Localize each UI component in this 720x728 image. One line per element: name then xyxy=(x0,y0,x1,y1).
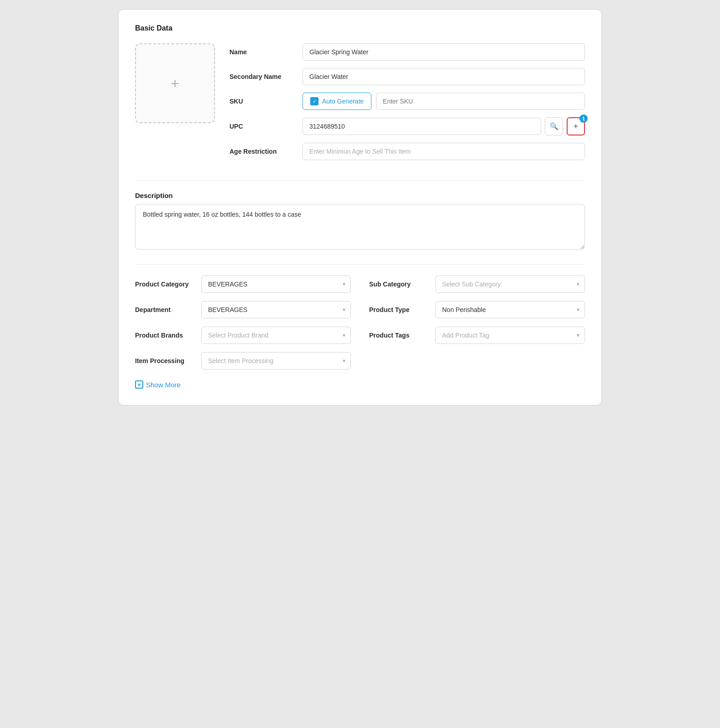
image-upload-icon: + xyxy=(171,76,179,91)
age-restriction-field-row: Age Restriction xyxy=(230,143,585,160)
search-icon: 🔍 xyxy=(550,122,558,130)
description-section: Description Bottled spring water, 16 oz … xyxy=(135,192,585,251)
sku-label: SKU xyxy=(230,98,303,105)
item-processing-select[interactable]: Select Item Processing xyxy=(201,352,351,369)
name-input[interactable] xyxy=(303,43,585,61)
upc-controls: 🔍 + 1 xyxy=(303,117,585,135)
department-label: Department xyxy=(135,306,201,313)
basic-data-title: Basic Data xyxy=(135,24,585,32)
product-brands-field: Product Brands Select Product Brand ▾ xyxy=(135,327,351,344)
divider-2 xyxy=(135,264,585,265)
product-type-label: Product Type xyxy=(369,306,435,313)
product-tags-label: Product Tags xyxy=(369,332,435,339)
item-processing-label: Item Processing xyxy=(135,357,201,364)
auto-generate-checkbox: ✓ xyxy=(310,97,318,105)
show-more-label: Show More xyxy=(146,381,181,389)
main-card: Basic Data + Name Secondary Name SKU xyxy=(118,9,602,406)
product-category-label: Product Category xyxy=(135,281,201,288)
sub-category-select[interactable]: Select Sub Category xyxy=(435,276,585,293)
product-tags-wrapper: Add Product Tag ▾ xyxy=(435,327,585,344)
product-category-field: Product Category BEVERAGES ▾ xyxy=(135,276,351,293)
product-brands-wrapper: Select Product Brand ▾ xyxy=(201,327,351,344)
divider-1 xyxy=(135,180,585,181)
product-type-select[interactable]: Non Perishable xyxy=(435,301,585,318)
product-tags-select[interactable]: Add Product Tag xyxy=(435,327,585,344)
upc-badge: 1 xyxy=(579,114,588,123)
show-more-button[interactable]: + Show More xyxy=(135,380,181,389)
product-brands-label: Product Brands xyxy=(135,332,201,339)
secondary-name-input[interactable] xyxy=(303,68,585,85)
name-field-row: Name xyxy=(230,43,585,61)
name-label: Name xyxy=(230,48,303,56)
product-type-wrapper: Non Perishable ▾ xyxy=(435,301,585,318)
auto-generate-label: Auto Generate xyxy=(322,98,364,105)
sku-input[interactable] xyxy=(376,93,585,110)
product-tags-field: Product Tags Add Product Tag ▾ xyxy=(369,327,585,344)
department-select[interactable]: BEVERAGES xyxy=(201,301,351,318)
show-more-row: + Show More xyxy=(135,380,585,389)
department-field: Department BEVERAGES ▾ xyxy=(135,301,351,318)
product-type-field: Product Type Non Perishable ▾ xyxy=(369,301,585,318)
department-wrapper: BEVERAGES ▾ xyxy=(201,301,351,318)
image-upload-box[interactable]: + xyxy=(135,43,215,123)
age-restriction-label: Age Restriction xyxy=(230,148,303,155)
upc-field-row: UPC 🔍 + 1 xyxy=(230,117,585,135)
description-label: Description xyxy=(135,192,585,199)
description-textarea[interactable]: Bottled spring water, 16 oz bottles, 144… xyxy=(135,204,585,250)
product-category-wrapper: BEVERAGES ▾ xyxy=(201,276,351,293)
upc-label: UPC xyxy=(230,123,303,130)
item-processing-field: Item Processing Select Item Processing ▾ xyxy=(135,352,351,369)
sub-category-wrapper: Select Sub Category ▾ xyxy=(435,276,585,293)
category-grid: Product Category BEVERAGES ▾ Sub Categor… xyxy=(135,276,585,369)
auto-generate-button[interactable]: ✓ Auto Generate xyxy=(303,93,371,110)
age-restriction-input[interactable] xyxy=(303,143,585,160)
sub-category-field: Sub Category Select Sub Category ▾ xyxy=(369,276,585,293)
checkmark-icon: ✓ xyxy=(313,99,317,104)
sub-category-label: Sub Category xyxy=(369,281,435,288)
secondary-name-label: Secondary Name xyxy=(230,73,303,80)
item-processing-wrapper: Select Item Processing ▾ xyxy=(201,352,351,369)
show-more-icon: + xyxy=(135,380,143,389)
upc-add-button[interactable]: + 1 xyxy=(567,117,585,135)
upc-input[interactable] xyxy=(303,118,541,135)
sku-controls: ✓ Auto Generate xyxy=(303,93,585,110)
plus-icon: + xyxy=(574,122,579,131)
product-category-select[interactable]: BEVERAGES xyxy=(201,276,351,293)
basic-data-row: + Name Secondary Name SKU ✓ xyxy=(135,43,585,167)
product-brands-select[interactable]: Select Product Brand xyxy=(201,327,351,344)
sku-field-row: SKU ✓ Auto Generate xyxy=(230,93,585,110)
fields-section: Name Secondary Name SKU ✓ Auto Generate xyxy=(230,43,585,167)
upc-search-button[interactable]: 🔍 xyxy=(545,117,563,135)
secondary-name-field-row: Secondary Name xyxy=(230,68,585,85)
